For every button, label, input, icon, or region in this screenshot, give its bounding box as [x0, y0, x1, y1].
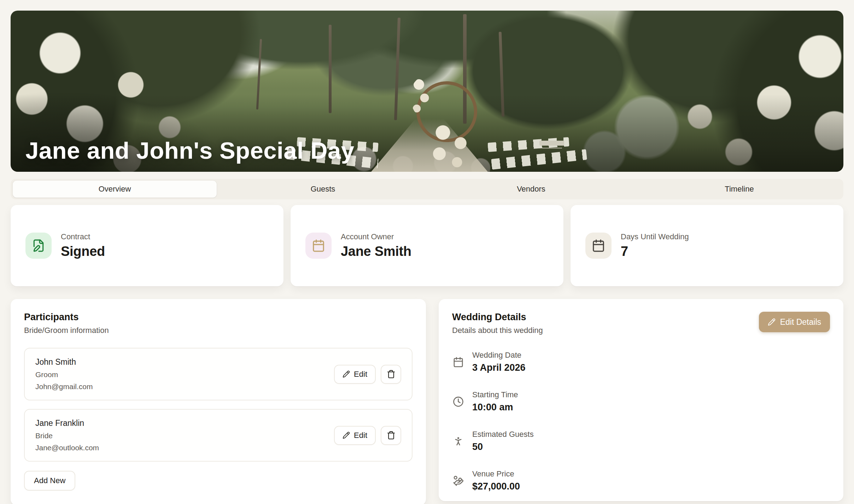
edit-details-label: Edit Details [780, 317, 821, 327]
edit-details-button[interactable]: Edit Details [759, 312, 830, 332]
delete-participant-button[interactable] [381, 365, 401, 384]
participants-title: Participants [24, 312, 413, 323]
stat-label: Days Until Wedding [621, 232, 689, 241]
stat-cards: Contract Signed Account Owner Jane Smith… [11, 205, 843, 286]
add-new-participant-button[interactable]: Add New [24, 471, 75, 491]
participant-role: Groom [35, 370, 93, 379]
participant-row: Jane Franklin Bride Jane@outlook.com Edi… [24, 409, 413, 462]
participant-name: John Smith [35, 357, 93, 367]
clock-icon [452, 396, 464, 407]
tab-timeline[interactable]: Timeline [635, 179, 843, 199]
participant-actions: Edit [334, 426, 401, 445]
detail-row-venue-price: Venue Price $27,000.00 [452, 469, 830, 492]
detail-value: 50 [472, 441, 534, 452]
detail-row-starting-time: Starting Time 10:00 am [452, 390, 830, 413]
wedding-overview-page: Jane and John's Special Day Overview Gue… [0, 0, 854, 504]
wedding-details-title: Wedding Details [452, 312, 543, 323]
trash-icon [387, 431, 396, 440]
tree-trunk [256, 39, 262, 110]
main-content: Participants Bride/Groom information Joh… [11, 299, 843, 504]
participants-card: Participants Bride/Groom information Joh… [11, 299, 426, 504]
days-until-wedding-card: Days Until Wedding 7 [571, 205, 843, 286]
stat-value: 7 [621, 244, 689, 259]
tree-trunk [394, 18, 400, 120]
pencil-icon [768, 318, 776, 326]
hero-banner: Jane and John's Special Day [11, 11, 843, 172]
participant-row: John Smith Groom John@gmail.com Edit [24, 348, 413, 400]
stat-label: Account Owner [341, 232, 411, 241]
edit-participant-button[interactable]: Edit [334, 426, 376, 445]
page-title: Jane and John's Special Day [25, 137, 355, 164]
trash-icon [387, 370, 396, 379]
participant-name: Jane Franklin [35, 418, 99, 428]
calendar-icon [305, 233, 332, 259]
participants-subtitle: Bride/Groom information [24, 326, 413, 335]
person-icon [452, 436, 464, 447]
detail-value: 3 April 2026 [472, 362, 526, 373]
detail-label: Venue Price [472, 469, 520, 479]
garden-bench [539, 141, 564, 146]
participant-role: Bride [35, 432, 99, 440]
chair-row [491, 149, 587, 170]
edit-button-label: Edit [354, 431, 367, 440]
stat-value: Signed [61, 244, 105, 259]
delete-participant-button[interactable] [381, 426, 401, 445]
stat-label: Contract [61, 232, 105, 241]
contract-card: Contract Signed [11, 205, 283, 286]
tab-vendors[interactable]: Vendors [427, 179, 635, 199]
hand-coins-icon [452, 475, 464, 486]
account-owner-card: Account Owner Jane Smith [291, 205, 563, 286]
detail-row-wedding-date: Wedding Date 3 April 2026 [452, 351, 830, 373]
stat-value: Jane Smith [341, 244, 411, 259]
wedding-details-subtitle: Details about this wedding [452, 326, 543, 335]
tab-overview[interactable]: Overview [13, 181, 217, 198]
file-pen-icon [25, 233, 52, 259]
participant-email: John@gmail.com [35, 382, 93, 391]
detail-value: 10:00 am [472, 402, 518, 413]
edit-participant-button[interactable]: Edit [334, 365, 376, 384]
tab-guests[interactable]: Guests [219, 179, 427, 199]
detail-value: $27,000.00 [472, 481, 520, 492]
calendar-icon [585, 233, 612, 259]
detail-label: Wedding Date [472, 351, 526, 360]
pencil-icon [343, 370, 350, 378]
edit-button-label: Edit [354, 370, 367, 379]
calendar-icon [452, 357, 464, 368]
tree-trunk [329, 25, 332, 113]
participant-actions: Edit [334, 365, 401, 384]
pencil-icon [343, 432, 350, 439]
wedding-arch [416, 81, 477, 142]
tree-trunk [499, 32, 504, 117]
detail-row-estimated-guests: Estimated Guests 50 [452, 430, 830, 452]
detail-label: Estimated Guests [472, 430, 534, 439]
wedding-details-card: Wedding Details Details about this weddi… [439, 299, 843, 501]
wedding-details-header: Wedding Details Details about this weddi… [452, 312, 830, 335]
tab-bar: Overview Guests Vendors Timeline [11, 179, 843, 199]
detail-label: Starting Time [472, 390, 518, 399]
participant-email: Jane@outlook.com [35, 444, 99, 452]
